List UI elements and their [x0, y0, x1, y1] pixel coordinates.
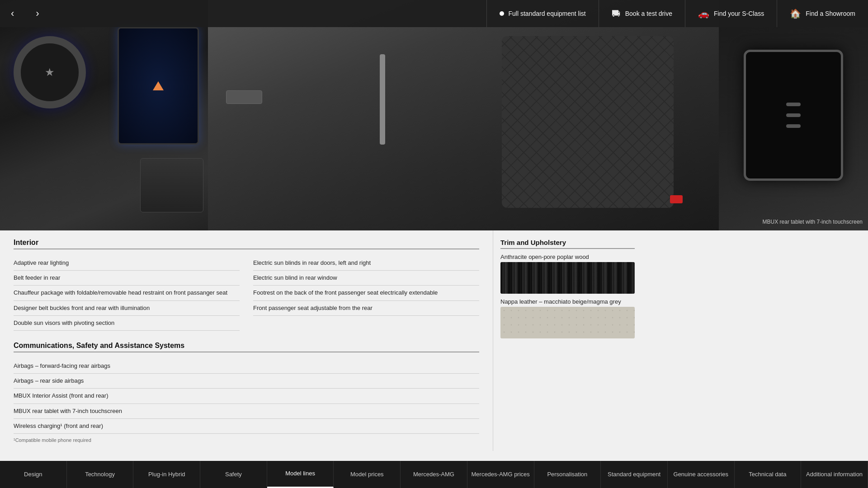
interior-col-left: Adaptive rear lighting Belt feeder in re…	[14, 256, 240, 331]
nav-showroom-label: Find a Showroom	[806, 10, 855, 17]
interior-right-item-1: Electric sun blind in rear window	[253, 271, 479, 286]
top-navigation: ‹ › Full standard equipment list ⛟ Book …	[0, 0, 868, 27]
bottom-nav-technology[interactable]: Technology	[67, 461, 134, 488]
interior-col-right: Electric sun blinds in rear doors, left …	[253, 256, 479, 331]
nav-find-s-class[interactable]: 🚗 Find your S-Class	[685, 0, 777, 27]
interior-item-0: Adaptive rear lighting	[14, 256, 240, 271]
door-handle-graphic	[226, 90, 262, 104]
interior-item-4: Double sun visors with pivoting section	[14, 316, 240, 331]
interior-right-item-2: Footrest on the back of the front passen…	[253, 286, 479, 300]
bottom-nav-accessories[interactable]: Genuine accessories	[668, 461, 735, 488]
interior-grid: Adaptive rear lighting Belt feeder in re…	[14, 256, 479, 331]
seat-pattern-graphic	[502, 36, 674, 208]
trim-wood-swatch	[500, 262, 635, 294]
nav-arrow-graphic	[153, 81, 164, 90]
bottom-nav-model-prices[interactable]: Model prices	[334, 461, 401, 488]
interior-item-3: Designer belt buckles front and rear wit…	[14, 301, 240, 316]
bottom-nav-personalisation[interactable]: Personalisation	[534, 461, 601, 488]
nav-test-drive-label: Book a test drive	[625, 10, 672, 17]
communications-section: Communications, Safety and Assistance Sy…	[14, 342, 479, 443]
trim-title: Trim and Upholstery	[500, 239, 635, 249]
steering-icon: ⛟	[612, 9, 621, 19]
bottom-nav-additional[interactable]: Additional information	[801, 461, 868, 488]
tablet-image: MBUX rear tablet with 7-inch touchscreen	[719, 0, 868, 230]
trim-leather-swatch	[500, 307, 635, 338]
trim-wood-label: Anthracite open-pore poplar wood	[500, 253, 635, 260]
rear-seat-image	[208, 0, 719, 230]
tablet-device-graphic	[744, 50, 843, 181]
bottom-nav-standard-equipment[interactable]: Standard equipment	[601, 461, 668, 488]
bottom-nav-model-lines[interactable]: Model lines	[267, 461, 334, 488]
interior-item-2: Chauffeur package with foldable/removabl…	[14, 286, 240, 300]
bottom-nav-amg[interactable]: Mercedes-AMG	[401, 461, 467, 488]
car-icon: 🚗	[698, 8, 709, 19]
tablet-button-2-graphic	[786, 113, 801, 117]
next-button[interactable]: ›	[25, 8, 50, 19]
comm-footnote: ¹Compatible mobile phone required	[14, 437, 479, 443]
nav-find-label: Find your S-Class	[714, 10, 764, 17]
interior-right-item-0: Electric sun blinds in rear doors, left …	[253, 256, 479, 271]
tablet-button-3-graphic	[786, 124, 801, 128]
red-accent-graphic	[670, 195, 683, 203]
comm-item-0: Airbags – forward-facing rear airbags	[14, 359, 479, 374]
image-gallery: MBUX rear tablet with 7-inch touchscreen	[0, 0, 868, 230]
tablet-caption: MBUX rear tablet with 7-inch touchscreen	[763, 219, 863, 225]
tablet-button-graphic	[786, 103, 801, 106]
bottom-navigation: Design Technology Plug-in Hybrid Safety …	[0, 461, 868, 488]
showroom-icon: 🏠	[790, 8, 801, 19]
interior-right-item-3: Front passenger seat adjustable from the…	[253, 301, 479, 316]
trim-leather-label: Nappa leather – macchiato beige/magma gr…	[500, 298, 635, 305]
infotainment-screen-graphic	[118, 27, 199, 145]
interior-title: Interior	[14, 239, 479, 249]
interior-dashboard-image	[0, 0, 208, 230]
center-console-graphic	[140, 158, 203, 212]
comm-item-2: MBUX Interior Assist (front and rear)	[14, 389, 479, 404]
bottom-nav-amg-prices[interactable]: Mercedes-AMG prices	[467, 461, 534, 488]
nav-equipment-label: Full standard equipment list	[509, 10, 586, 17]
steering-wheel-graphic	[14, 36, 86, 108]
content-section: Interior Adaptive rear lighting Belt fee…	[0, 230, 868, 478]
comm-title: Communications, Safety and Assistance Sy…	[14, 342, 479, 352]
interior-item-1: Belt feeder in rear	[14, 271, 240, 286]
nav-showroom[interactable]: 🏠 Find a Showroom	[777, 0, 868, 27]
seatbelt-graphic	[380, 54, 385, 145]
nav-test-drive[interactable]: ⛟ Book a test drive	[599, 0, 685, 27]
bottom-nav-technical[interactable]: Technical data	[735, 461, 802, 488]
trim-section: Trim and Upholstery Anthracite open-pore…	[493, 230, 642, 451]
bottom-nav-plugin-hybrid[interactable]: Plug-in Hybrid	[133, 461, 200, 488]
nav-equipment-list[interactable]: Full standard equipment list	[486, 0, 599, 27]
prev-button[interactable]: ‹	[0, 8, 25, 19]
dot-icon	[500, 11, 504, 16]
interior-section: Interior Adaptive rear lighting Belt fee…	[14, 239, 479, 331]
comm-item-1: Airbags – rear side airbags	[14, 374, 479, 389]
comm-item-4: Wireless charging¹ (front and rear)	[14, 419, 479, 434]
bottom-nav-design[interactable]: Design	[0, 461, 67, 488]
nav-items: Full standard equipment list ⛟ Book a te…	[486, 0, 868, 27]
comm-item-3: MBUX rear tablet with 7-inch touchscreen	[14, 404, 479, 419]
bottom-nav-safety[interactable]: Safety	[200, 461, 267, 488]
features-description: Interior Adaptive rear lighting Belt fee…	[0, 230, 493, 451]
